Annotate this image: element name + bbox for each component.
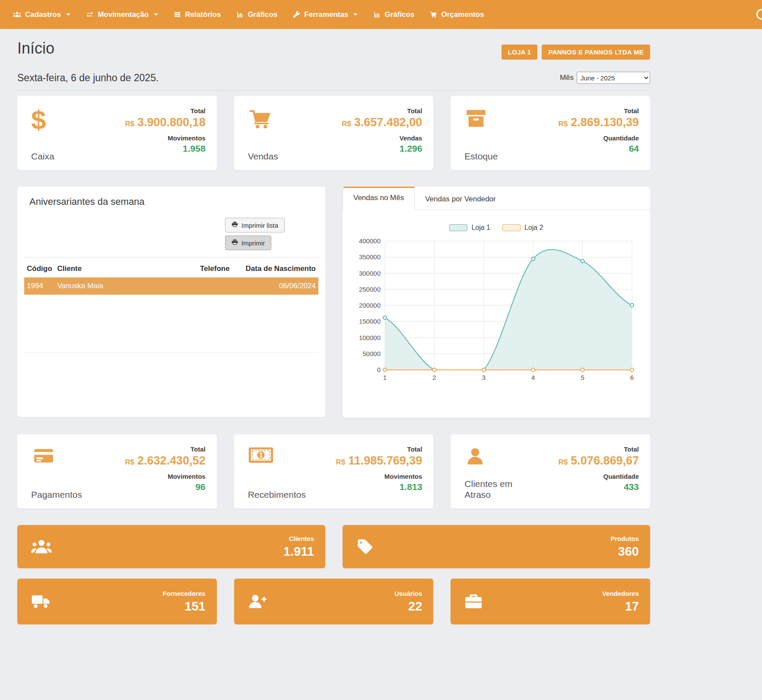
sales-chart-panel: Vendas no Mês Vendas por Vendedor Loja 1… [343,187,650,418]
chevron-down-icon [353,13,358,16]
count-value: 96 [125,482,205,492]
date-row: Sexta-feira, 6 de junho de 2025. Mês Jun… [17,72,650,91]
month-select[interactable]: June - 2025 [577,72,650,84]
banner-label: Fornecedores [162,590,205,597]
header-badges: LOJA 1 PANNOS E PANNOS LTDA ME [502,45,650,60]
cart-icon [248,107,278,135]
banner-value: 360 [610,544,639,559]
print-label: Imprimir [241,239,265,247]
stat-card-name: Estoque [464,151,498,162]
banner-vendedores: Vendedores 17 [451,579,650,624]
count-value: 1.813 [336,482,422,492]
banknote-icon: 1 [248,445,306,473]
count-label: Vendas [342,134,422,142]
cell-telefone [197,277,241,295]
svg-text:300000: 300000 [359,270,381,277]
svg-text:1: 1 [259,452,263,459]
count-label: Quantidade [559,134,639,142]
nav-item-relatorios[interactable]: Relatórios [166,0,229,29]
nav-item-cadastros[interactable]: Cadastros [5,0,78,29]
total-label: Total [125,107,205,115]
banner-label: Clientes [283,535,314,542]
credit-card-icon [31,445,82,473]
loja1-swatch [449,224,467,231]
top-navbar: Cadastros Movimentação Relatórios Gráfic… [0,0,762,29]
column-header-nascimento: Data de Nascimento [241,259,318,277]
birthdays-title: Aniversariantes da semana [24,196,318,207]
month-label: Mês [560,73,574,82]
svg-text:150000: 150000 [359,318,381,325]
banner-value: 22 [394,599,422,614]
top-stat-cards: $ Caixa Total R$3.900.800,18 Movimentos … [17,96,650,170]
refresh-icon[interactable] [755,7,762,23]
total-label: Total [336,445,422,453]
stat-card-pagamentos: Pagamentos Total R$2.632.430,52 Moviment… [17,434,217,509]
loja2-swatch [502,224,521,231]
nav-item-ferramentas[interactable]: Ferramentas [285,0,365,29]
exchange-icon [86,11,94,19]
count-label: Movimentos [336,473,422,480]
nav-label: Gráficos [384,10,414,19]
birthdays-panel: Aniversariantes da semana Imprimir lista… [17,187,325,417]
nav-label: Movimentação [98,10,149,19]
chevron-down-icon [66,13,70,16]
svg-text:4: 4 [531,374,535,381]
stat-card-clientes-atraso: Clientes em Atraso Total R$5.076.869,67 … [451,434,650,509]
cell-nascimento: 06/06/2024 [241,277,318,295]
nav-label: Cadastros [25,10,61,19]
svg-text:5: 5 [581,374,584,381]
column-header-codigo: Código [24,259,55,277]
stat-card-estoque: Estoque Total R$2.869.130,39 Quantidade … [451,96,650,170]
tab-vendas-por-vendedor[interactable]: Vendas por Vendedor [415,187,506,210]
total-amount: R$11.985.769,39 [336,454,422,468]
total-amount: R$5.076.869,67 [559,454,639,468]
print-list-button[interactable]: Imprimir lista [225,218,285,232]
nav-item-orcamentos[interactable]: Orçamentos [422,0,492,29]
stat-card-name: Recebimentos [248,489,306,500]
count-value: 1.958 [125,143,205,154]
count-label: Movimentos [125,134,205,142]
chart-tabs: Vendas no Mês Vendas por Vendedor [343,187,650,210]
printer-icon [232,239,238,247]
total-amount: R$3.657.482,00 [342,116,422,129]
banner-label: Produtos [610,535,639,542]
store-badge[interactable]: LOJA 1 [502,45,538,60]
column-header-telefone: Telefone [197,259,241,277]
month-picker: Mês June - 2025 [560,72,650,84]
wrench-icon [293,11,300,18]
svg-text:350000: 350000 [359,253,381,261]
company-badge[interactable]: PANNOS E PANNOS LTDA ME [542,45,650,60]
total-amount: R$3.900.800,18 [125,116,205,129]
table-row[interactable]: 1994 Vanuska Maia 06/06/2024 [24,277,318,295]
stat-card-caixa: $ Caixa Total R$3.900.800,18 Movimentos … [17,96,217,170]
stat-card-vendas: Vendas Total R$3.657.482,00 Vendas 1.296 [234,96,434,170]
briefcase-icon [464,593,483,610]
chevron-down-icon [154,13,158,16]
printer-icon [232,221,238,229]
count-value: 433 [559,482,639,492]
chart-legend: Loja 1 Loja 2 [449,224,543,232]
total-label: Total [559,107,639,115]
dollar-icon: $ [31,107,46,133]
print-list-label: Imprimir lista [241,222,278,229]
stat-card-name: Pagamentos [31,489,82,500]
count-label: Quantidade [559,473,639,480]
svg-text:1: 1 [383,374,387,381]
nav-item-movimentacao[interactable]: Movimentação [78,0,166,29]
tab-vendas-no-mes[interactable]: Vendas no Mês [343,187,415,210]
column-header-cliente: Cliente [55,259,197,277]
banner-label: Usuários [394,590,422,597]
banner-clientes: Clientes 1.911 [17,525,325,568]
print-button[interactable]: Imprimir [225,235,271,250]
nav-item-graficos-2[interactable]: Gráficos [365,0,422,29]
stat-card-name: Clientes em Atraso [464,478,523,500]
banner-usuarios: Usuários 22 [234,579,434,624]
banner-fornecedores: Fornecedores 151 [17,579,217,624]
panel-footer [24,352,318,413]
total-amount: R$2.869.130,39 [559,116,639,129]
nav-item-graficos-1[interactable]: Gráficos [229,0,285,29]
stat-card-name: Vendas [248,151,278,162]
current-date: Sexta-feira, 6 de junho de 2025. [17,72,159,84]
svg-text:50000: 50000 [362,350,381,357]
legend-item-loja1: Loja 1 [449,224,490,232]
